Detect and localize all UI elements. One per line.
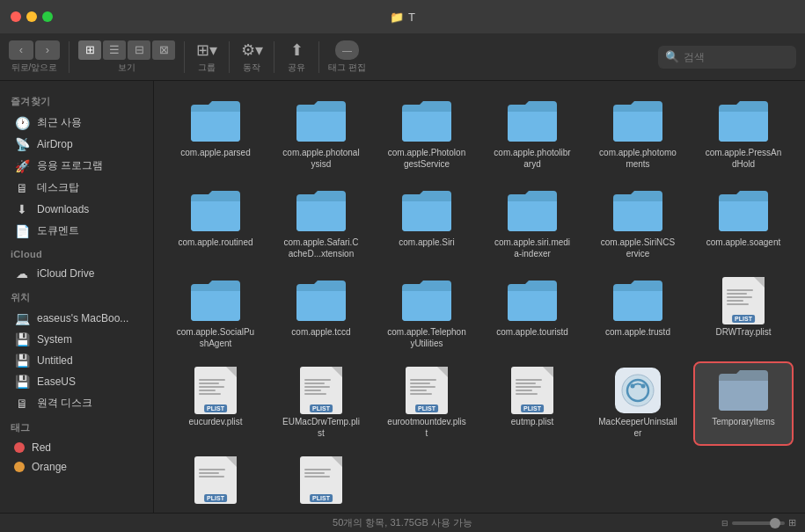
view-gallery-btn[interactable]: ⊠: [152, 40, 175, 60]
plist-icon-drwtray: PLIST: [719, 279, 768, 323]
file-item-photolibrary[interactable]: com.apple.photolibraryd: [484, 94, 581, 175]
sidebar-item-easeus[interactable]: 💾 EaseUS: [4, 371, 150, 392]
file-item-pressandhold[interactable]: com.apple.PressAndHold: [695, 94, 792, 175]
share-button[interactable]: ⬆: [283, 40, 310, 60]
sidebar-item-desktop[interactable]: 🖥 데스크탑: [4, 177, 150, 199]
file-name-photomoments: com.apple.photomoments: [598, 147, 677, 170]
file-item-eurootmount[interactable]: PLIST eurootmountdev.plist: [378, 363, 475, 444]
maximize-button[interactable]: [42, 11, 53, 22]
file-item-parsed[interactable]: com.apple.parsed: [167, 94, 264, 175]
folder-icon-photoanalysis: [296, 99, 346, 143]
file-item-siri[interactable]: com.apple.Siri: [378, 184, 475, 265]
folder-icon-soagent: [719, 189, 768, 233]
minimize-button[interactable]: [26, 11, 37, 22]
status-bar: 50개의 항목, 31.75GB 사용 가능 ⊟ ⊞: [0, 513, 805, 532]
file-item-telephony[interactable]: com.apple.TelephonyUtilities: [378, 273, 475, 354]
file-item-eucurdev[interactable]: PLIST eucurdev.plist: [167, 363, 264, 444]
sidebar-item-apps-label: 응용 프로그램: [37, 158, 103, 173]
orange-tag-dot: [14, 462, 25, 472]
back-button[interactable]: ‹: [9, 40, 33, 60]
file-item-photomoments[interactable]: com.apple.photomoments: [589, 94, 686, 175]
file-name-eucurdev: eucurdev.plist: [189, 416, 243, 427]
file-item-photoanalysis[interactable]: com.apple.photonalysisd: [273, 94, 370, 175]
file-name-pressandhold: com.apple.PressAndHold: [704, 147, 783, 170]
sidebar-item-documents[interactable]: 📄 도큐멘트: [4, 220, 150, 242]
file-name-photolibrary: com.apple.photolibraryd: [493, 147, 572, 170]
slider-track[interactable]: [732, 521, 785, 525]
file-item-mackeeper[interactable]: MacKeeperUninstaller: [589, 363, 686, 444]
sidebar-item-recent[interactable]: 🕐 최근 사용: [4, 112, 150, 134]
file-name-temporaryitems: TemporaryItems: [712, 416, 775, 427]
close-button[interactable]: [11, 11, 21, 22]
sidebar-item-recent-label: 최근 사용: [37, 115, 82, 130]
file-item-tccd[interactable]: com.apple.tccd: [273, 273, 370, 354]
sidebar-item-tag-orange[interactable]: Orange: [4, 457, 150, 477]
sidebar-item-apps[interactable]: 🚀 응용 프로그램: [4, 155, 150, 177]
sidebar-item-airdrop[interactable]: 📡 AirDrop: [4, 134, 150, 155]
slider-thumb[interactable]: [770, 518, 780, 528]
folder-icon-socialpush: [191, 279, 240, 323]
sidebar-item-system[interactable]: 💾 System: [4, 329, 150, 350]
sidebar-item-untitled-label: Untitled: [37, 354, 73, 367]
sidebar-item-downloads[interactable]: ⬇ Downloads: [4, 199, 150, 220]
forward-button[interactable]: ›: [35, 40, 60, 60]
search-input[interactable]: [684, 51, 789, 63]
documents-icon: 📄: [14, 224, 30, 238]
zoom-slider[interactable]: ⊟ ⊞: [721, 517, 796, 528]
remote-icon: 🖥: [14, 397, 30, 411]
sidebar-item-tag-red-label: Red: [32, 441, 51, 454]
file-item-extra2[interactable]: PLIST: [273, 453, 370, 511]
group-button[interactable]: ⊞▾: [194, 40, 220, 60]
sidebar: 즐겨찾기 🕐 최근 사용 📡 AirDrop 🚀 응용 프로그램 🖥 데스크탑 …: [0, 81, 154, 513]
icloud-icon: ☁: [14, 266, 30, 281]
sidebar-item-easeus-label: EaseUS: [37, 375, 76, 388]
file-item-temporaryitems[interactable]: TemporaryItems: [695, 363, 792, 444]
file-item-touristd[interactable]: com.apple.touristd: [484, 273, 581, 354]
sidebar-item-downloads-label: Downloads: [37, 203, 89, 215]
separator-5: [318, 41, 319, 73]
file-area[interactable]: com.apple.parsed com.apple.photonalysisd: [154, 81, 805, 513]
toolbar: ‹ › 뒤로/앞으로 ⊞ ☰ ⊟ ⊠ 보기 ⊞▾ 그룹 ⚙▾ 동작 ⬆ 공유 —…: [0, 33, 805, 81]
file-name-siri: com.apple.Siri: [399, 237, 454, 248]
sidebar-item-tag-orange-label: Orange: [32, 461, 67, 473]
file-grid: com.apple.parsed com.apple.photonalysisd: [167, 94, 792, 511]
folder-icon-photolongest: [402, 99, 451, 143]
file-item-photolongest[interactable]: com.apple.PhotolongestService: [378, 94, 475, 175]
sidebar-item-remote[interactable]: 🖥 원격 디스크: [4, 392, 150, 414]
window-title: 📁 T: [390, 11, 415, 24]
file-name-photoanalysis: com.apple.photonalysisd: [282, 147, 361, 170]
folder-icon-temporaryitems: [719, 368, 768, 412]
sidebar-item-icloud[interactable]: ☁ iCloud Drive: [4, 263, 150, 284]
file-item-eumacdrw[interactable]: PLIST EUMacDrwTemp.plist: [273, 363, 370, 444]
recent-icon: 🕐: [14, 116, 30, 130]
view-list-btn[interactable]: ☰: [103, 40, 126, 60]
separator-1: [69, 41, 70, 73]
svg-point-2: [631, 384, 635, 389]
action-label: 동작: [243, 62, 260, 74]
group-group: ⊞▾ 그룹: [194, 40, 220, 74]
file-item-drwtray[interactable]: PLIST DRWTray.plist: [695, 273, 792, 354]
view-icon-btn[interactable]: ⊞: [78, 40, 101, 60]
file-item-socialpush[interactable]: com.apple.SocialPushAgent: [167, 273, 264, 354]
sidebar-item-macbook[interactable]: 💻 easeus's MacBoo...: [4, 308, 150, 329]
plist-icon-eucurdev: PLIST: [191, 368, 240, 412]
sidebar-item-tag-red[interactable]: Red: [4, 438, 150, 457]
file-item-extra1[interactable]: PLIST: [167, 453, 264, 511]
red-tag-dot: [14, 442, 25, 453]
file-item-eutmp[interactable]: PLIST eutmp.plist: [484, 363, 581, 444]
file-item-sirinc[interactable]: com.apple.SiriNCService: [589, 184, 686, 265]
file-item-soagent[interactable]: com.apple.soagent: [695, 184, 792, 265]
file-item-routined[interactable]: com.apple.routined: [167, 184, 264, 265]
traffic-lights: [11, 11, 53, 22]
sidebar-item-untitled[interactable]: 💾 Untitled: [4, 350, 150, 371]
file-item-safari[interactable]: com.apple.Safari.CacheD...xtension: [273, 184, 370, 265]
file-item-trustd[interactable]: com.apple.trustd: [589, 273, 686, 354]
view-buttons: ⊞ ☰ ⊟ ⊠: [78, 40, 175, 60]
view-col-btn[interactable]: ⊟: [128, 40, 150, 60]
tags-label: 태그: [0, 414, 153, 438]
file-item-siri-media[interactable]: com.apple.siri.media-indexer: [484, 184, 581, 265]
search-box[interactable]: 🔍: [658, 46, 796, 69]
file-name-touristd: com.apple.touristd: [496, 326, 568, 338]
action-button[interactable]: ⚙▾: [238, 40, 265, 60]
tag-edit-button[interactable]: —: [335, 40, 359, 60]
